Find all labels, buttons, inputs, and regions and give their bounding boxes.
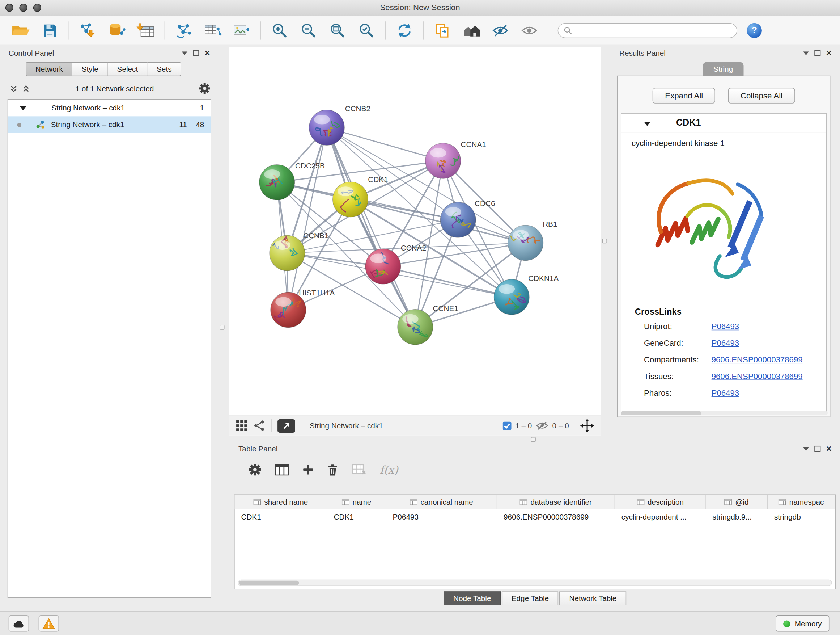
grid-view-icon[interactable] xyxy=(236,420,248,432)
show-columns-icon[interactable] xyxy=(275,464,289,476)
zoom-out-button[interactable] xyxy=(296,19,321,42)
column-header-namespace[interactable]: namespac xyxy=(767,495,835,509)
hide-selected-button[interactable] xyxy=(488,19,513,42)
copy-button[interactable] xyxy=(430,19,455,42)
column-header-shared-name[interactable]: shared name xyxy=(235,495,327,509)
panel-menu-icon[interactable] xyxy=(803,51,809,55)
right-splitter-handle[interactable] xyxy=(602,239,607,243)
column-header-canonical-name[interactable]: canonical name xyxy=(386,495,497,509)
panel-float-icon[interactable] xyxy=(193,50,199,57)
add-column-icon[interactable] xyxy=(303,464,314,475)
results-horizontal-scrollbar[interactable] xyxy=(621,411,828,415)
network-node-CCNA1[interactable] xyxy=(425,143,461,179)
tree-item-collection[interactable]: String Network – cdk1 1 xyxy=(8,100,210,116)
network-edge-CCNB2-CCNA1[interactable] xyxy=(327,127,443,161)
zoom-in-button[interactable] xyxy=(267,19,292,42)
scrollbar-thumb[interactable] xyxy=(239,581,299,585)
tab-select[interactable]: Select xyxy=(108,62,147,76)
refresh-button[interactable] xyxy=(392,19,417,42)
network-node-CCNB1[interactable] xyxy=(270,235,305,271)
search-input[interactable] xyxy=(576,26,731,35)
network-node-CCNB2[interactable] xyxy=(309,110,344,146)
tree-item-network[interactable]: String Network – cdk1 11 48 xyxy=(8,116,210,133)
panel-close-icon[interactable]: × xyxy=(826,49,832,57)
memory-button[interactable]: Memory xyxy=(776,616,829,631)
help-button[interactable]: ? xyxy=(747,23,761,38)
network-node-CCNE1[interactable] xyxy=(398,309,433,345)
save-session-button[interactable] xyxy=(38,19,62,42)
new-network-from-table-button[interactable] xyxy=(201,19,225,42)
protein-entry-header[interactable]: CDK1 xyxy=(622,114,826,133)
show-all-button[interactable] xyxy=(517,19,542,42)
cell-database-identifier[interactable]: 9606.ENSP00000378699 xyxy=(497,509,615,524)
network-node-CDC25B[interactable] xyxy=(259,165,295,200)
zoom-selected-button[interactable] xyxy=(354,19,379,42)
panel-close-icon[interactable]: × xyxy=(205,49,210,57)
network-node-CDK1[interactable] xyxy=(333,182,368,217)
gear-icon[interactable] xyxy=(199,83,210,94)
import-network-from-database-button[interactable] xyxy=(104,19,129,42)
tab-edge-table[interactable]: Edge Table xyxy=(502,591,559,605)
network-list-icon[interactable] xyxy=(253,420,265,432)
network-node-CDC6[interactable] xyxy=(440,202,476,238)
search-field[interactable] xyxy=(558,23,737,38)
tab-network-table[interactable]: Network Table xyxy=(560,591,626,605)
panel-float-icon[interactable] xyxy=(814,50,821,57)
cell-name[interactable]: CDK1 xyxy=(327,509,386,524)
function-builder-button[interactable]: f(x) xyxy=(380,463,398,476)
horizontal-splitter-handle[interactable] xyxy=(531,437,536,442)
network-edge-CCNA2-CDKN1A[interactable] xyxy=(383,266,512,297)
network-node-CDKN1A[interactable] xyxy=(494,279,529,315)
crosslink-uniprot[interactable]: P06493 xyxy=(712,322,739,331)
hidden-eye-slash-icon[interactable] xyxy=(536,421,549,431)
scrollbar-thumb[interactable] xyxy=(621,411,701,415)
network-edge-CCNB2-HIST1H1A[interactable] xyxy=(288,127,327,310)
table-row[interactable]: CDK1 CDK1 P06493 9606.ENSP00000378699 cy… xyxy=(235,509,835,524)
network-node-CCNA2[interactable] xyxy=(365,249,401,284)
export-image-button[interactable] xyxy=(229,19,254,42)
network-node-HIST1H1A[interactable] xyxy=(271,292,306,328)
panel-menu-icon[interactable] xyxy=(182,51,187,55)
import-network-from-file-button[interactable] xyxy=(76,19,100,42)
home-button[interactable] xyxy=(459,19,484,42)
network-edges-layer[interactable] xyxy=(277,127,526,327)
network-edge-CCNB2-CCNE1[interactable] xyxy=(327,127,415,327)
panel-menu-icon[interactable] xyxy=(803,447,809,450)
delete-column-trash-icon[interactable] xyxy=(327,463,338,476)
column-header-description[interactable]: description xyxy=(615,495,706,509)
network-canvas[interactable]: CCNB2CCNA1CDC25BCDK1CDC6RB1CCNB1CCNA2CDK… xyxy=(229,47,600,415)
cell-shared-name[interactable]: CDK1 xyxy=(235,509,327,524)
column-header-name[interactable]: name xyxy=(327,495,386,509)
crosslink-tissues[interactable]: 9606.ENSP00000378699 xyxy=(712,371,803,380)
crosslink-genecard[interactable]: P06493 xyxy=(712,338,739,347)
column-header-id[interactable]: @id xyxy=(706,495,767,509)
cell-id[interactable]: stringdb:9... xyxy=(706,509,767,524)
tab-style[interactable]: Style xyxy=(73,62,108,76)
collapse-triangle-icon[interactable] xyxy=(644,122,651,126)
network-node-RB1[interactable] xyxy=(506,225,543,261)
expand-all-icon[interactable] xyxy=(22,84,30,92)
warnings-button[interactable] xyxy=(39,616,59,631)
expand-triangle-icon[interactable] xyxy=(20,106,27,111)
tab-string[interactable]: String xyxy=(703,62,744,76)
pan-crosshair-icon[interactable] xyxy=(580,419,594,433)
new-network-button[interactable] xyxy=(172,19,196,42)
zoom-fit-button[interactable] xyxy=(325,19,350,42)
cell-canonical-name[interactable]: P06493 xyxy=(386,509,497,524)
selected-checkbox-icon[interactable] xyxy=(502,421,512,430)
table-horizontal-scrollbar[interactable] xyxy=(238,580,832,586)
column-header-database-identifier[interactable]: database identifier xyxy=(497,495,615,509)
crosslink-compartments[interactable]: 9606.ENSP00000378699 xyxy=(712,355,803,364)
tab-node-table[interactable]: Node Table xyxy=(444,591,501,605)
open-session-button[interactable] xyxy=(9,19,33,42)
cell-description[interactable]: cyclin-dependent ... xyxy=(615,509,706,524)
birdseye-view-button[interactable] xyxy=(278,419,295,432)
cloud-status-button[interactable] xyxy=(9,616,29,631)
cell-namespace[interactable]: stringdb xyxy=(767,509,835,524)
panel-close-icon[interactable]: × xyxy=(826,444,832,453)
panel-float-icon[interactable] xyxy=(814,446,821,452)
left-splitter-handle[interactable] xyxy=(219,325,224,329)
tab-sets[interactable]: Sets xyxy=(148,62,181,76)
import-table-from-file-button[interactable] xyxy=(134,19,158,42)
table-settings-gear-icon[interactable] xyxy=(249,464,261,476)
